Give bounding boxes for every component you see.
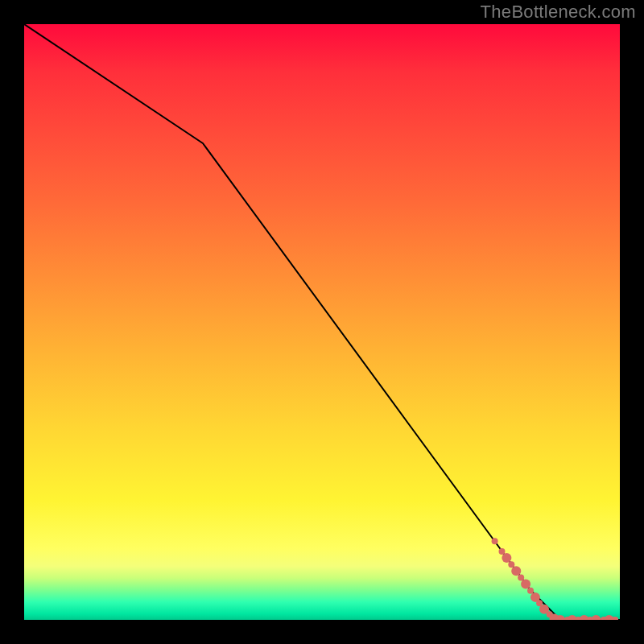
scatter-point	[498, 548, 505, 555]
line-layer	[24, 24, 620, 620]
chart-frame: TheBottleneck.com	[0, 0, 644, 644]
scatter-point	[508, 561, 514, 568]
scatter-layer	[492, 538, 618, 620]
chart-svg	[24, 24, 620, 620]
scatter-point	[518, 574, 524, 580]
scatter-point	[502, 553, 511, 563]
scatter-point	[492, 538, 498, 544]
scatter-point	[527, 588, 534, 594]
scatter-point	[591, 615, 601, 620]
watermark-text: TheBottleneck.com	[481, 2, 636, 23]
scatter-point	[521, 580, 530, 589]
bottleneck-curve	[24, 24, 620, 620]
scatter-point	[511, 566, 521, 576]
plot-area	[24, 24, 620, 620]
